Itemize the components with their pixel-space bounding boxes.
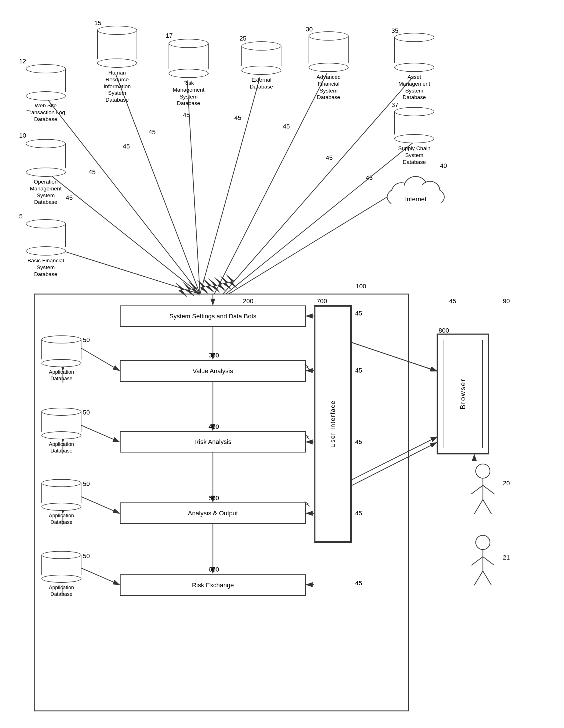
ref-45-9: 45 — [366, 174, 373, 182]
svg-line-25 — [81, 568, 119, 585]
db-assetmanagement: AssetManagementSystemDatabase — [394, 33, 434, 101]
svg-point-52 — [476, 535, 490, 550]
svg-marker-59 — [203, 278, 214, 293]
svg-marker-66 — [176, 283, 187, 297]
ref-400: 400 — [208, 423, 219, 431]
svg-marker-58 — [197, 280, 208, 294]
svg-point-46 — [476, 464, 490, 478]
ref-21: 21 — [503, 554, 510, 561]
adb-1: ApplicationDatabase — [41, 335, 81, 382]
db-advancedfinancial-label: AdvancedFinancialSystemDatabase — [317, 74, 341, 101]
ref-300: 300 — [208, 352, 219, 359]
svg-line-51 — [483, 500, 491, 514]
db-humanresource: HumanResourceInformationSystemDatabase — [97, 26, 137, 103]
ref-45-7: 45 — [283, 123, 290, 130]
svg-line-16 — [81, 348, 119, 371]
svg-marker-60 — [188, 281, 200, 295]
ref-45-4: 45 — [148, 128, 155, 136]
ref-45-top: 45 — [449, 297, 456, 305]
module-risk-analysis: Risk Analysis — [120, 431, 306, 453]
ref-50-2: 50 — [83, 409, 90, 416]
svg-line-22 — [81, 497, 119, 513]
diagram-container: 12 Web SiteTransaction LogDatabase 10 Op… — [0, 0, 564, 728]
db-riskmanagement: RiskManagementSystemDatabase — [168, 39, 208, 107]
ref-5: 5 — [19, 213, 23, 220]
db-advancedfinancial: AdvancedFinancialSystemDatabase — [309, 31, 349, 101]
svg-line-11 — [214, 73, 327, 294]
db-operationmanagement-label: OperationManagementSystemDatabase — [30, 178, 62, 206]
svg-line-8 — [116, 74, 200, 294]
module-analysis-output: Analysis & Output — [120, 502, 306, 524]
svg-line-54 — [471, 557, 483, 565]
ref-12: 12 — [19, 58, 26, 65]
svg-line-14 — [228, 186, 406, 294]
db-basicfinancial: Basic FinancialSystemDatabase — [26, 219, 66, 277]
adb-3-label: ApplicationDatabase — [49, 512, 74, 525]
svg-line-13 — [226, 143, 413, 294]
svg-marker-61 — [208, 278, 220, 293]
svg-line-37 — [352, 443, 437, 485]
person-21 — [466, 534, 500, 592]
ref-45-2: 45 — [89, 168, 95, 176]
module-risk-exchange-label: Risk Exchange — [192, 582, 234, 589]
db-operationmanagement: OperationManagementSystemDatabase — [26, 139, 66, 206]
db-humanresource-label: HumanResourceInformationSystemDatabase — [103, 69, 130, 103]
svg-line-70 — [352, 343, 437, 371]
svg-line-50 — [474, 500, 483, 514]
person-20 — [466, 462, 500, 521]
lightning-overlay — [0, 0, 564, 297]
db-external: ExternalDatabase — [241, 41, 281, 90]
svg-text:Internet: Internet — [405, 196, 427, 203]
svg-line-19 — [81, 425, 119, 442]
ref-20: 20 — [503, 480, 510, 487]
svg-marker-64 — [226, 274, 237, 288]
ref-800: 800 — [439, 327, 449, 334]
svg-line-49 — [483, 485, 494, 494]
user-interface-label: User Interface — [329, 400, 337, 448]
adb-3: ApplicationDatabase — [41, 479, 81, 525]
ref-200: 200 — [243, 297, 253, 305]
svg-line-56 — [474, 571, 483, 585]
ref-500: 500 — [208, 494, 219, 502]
module-analysis-output-label: Analysis & Output — [188, 510, 238, 517]
db-riskmanagement-label: RiskManagementSystemDatabase — [173, 80, 204, 107]
adb-4: ApplicationDatabase — [41, 551, 81, 597]
ref-90: 90 — [503, 297, 510, 305]
ref-45-6: 45 — [234, 114, 241, 122]
db-assetmanagement-label: AssetManagementSystemDatabase — [399, 74, 430, 101]
adb-2: ApplicationDatabase — [41, 408, 81, 454]
ref-50-3: 50 — [83, 480, 90, 488]
ref-10: 10 — [19, 132, 26, 139]
ref-45-8: 45 — [326, 154, 333, 162]
module-risk-exchange: Risk Exchange — [120, 574, 306, 596]
user-interface-box: User Interface — [315, 306, 351, 542]
db-websitetransactionlog-label: Web SiteTransaction LogDatabase — [26, 102, 65, 122]
browser-label: Browser — [459, 378, 467, 409]
ref-45-1: 45 — [66, 194, 73, 202]
ref-45-5: 45 — [183, 111, 190, 119]
internet-cloud: Internet — [380, 168, 451, 211]
ref-45-ui4: 45 — [355, 510, 362, 517]
svg-line-48 — [471, 485, 483, 494]
svg-line-7 — [46, 246, 200, 294]
ref-45-re: 45 — [355, 580, 362, 587]
svg-marker-63 — [220, 275, 231, 290]
ref-17: 17 — [166, 32, 172, 39]
ref-100: 100 — [356, 283, 366, 290]
ref-700: 700 — [317, 297, 327, 305]
ref-50-1: 50 — [83, 336, 90, 344]
module-risk-analysis-label: Risk Analysis — [194, 438, 231, 446]
svg-line-57 — [483, 571, 491, 585]
adb-4-label: ApplicationDatabase — [49, 584, 74, 597]
browser-inner-box: Browser — [443, 340, 483, 448]
db-supplychain-label: Supply ChainSystemDatabase — [398, 145, 430, 165]
ref-50-4: 50 — [83, 552, 90, 560]
svg-line-10 — [200, 77, 260, 294]
ref-45-ui3: 45 — [355, 438, 362, 446]
module-system-settings-label: System Settings and Data Bots — [169, 313, 256, 320]
svg-marker-62 — [214, 277, 226, 291]
module-value-analysis-label: Value Analysis — [192, 367, 233, 375]
ref-600: 600 — [208, 566, 219, 573]
db-external-label: ExternalDatabase — [250, 77, 273, 90]
db-basicfinancial-label: Basic FinancialSystemDatabase — [27, 257, 64, 277]
